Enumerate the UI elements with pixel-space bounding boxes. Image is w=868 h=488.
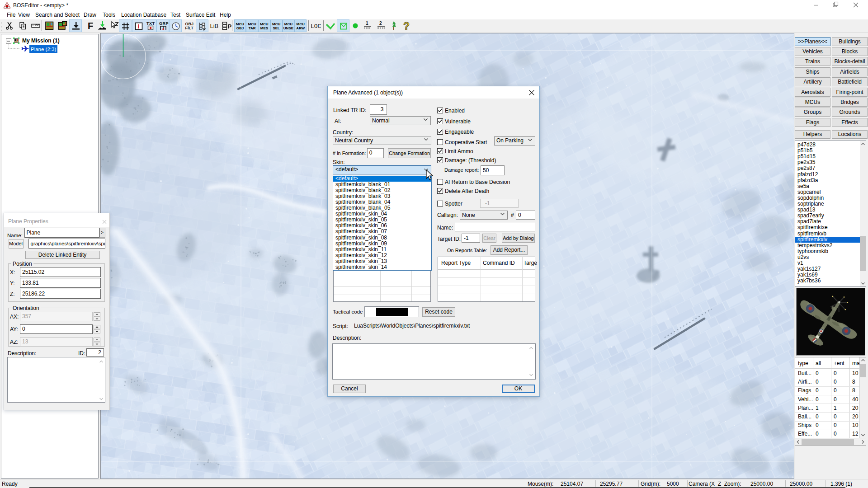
svg-text:GRP: GRP xyxy=(159,21,169,26)
svg-text:?: ? xyxy=(403,20,410,32)
svg-text:P: P xyxy=(228,23,232,30)
svg-text:LiB: LiB xyxy=(210,23,219,29)
svg-text:1: 1 xyxy=(366,21,368,26)
svg-text:F: F xyxy=(88,21,93,31)
svg-text:OBJ: OBJ xyxy=(185,22,194,26)
svg-text:2: 2 xyxy=(379,21,382,26)
svg-text:LOC: LOC xyxy=(311,23,321,30)
svg-text:TXT: TXT xyxy=(146,21,155,26)
svg-text:i: i xyxy=(138,23,140,30)
svg-text:FiLT: FiLT xyxy=(185,26,194,30)
